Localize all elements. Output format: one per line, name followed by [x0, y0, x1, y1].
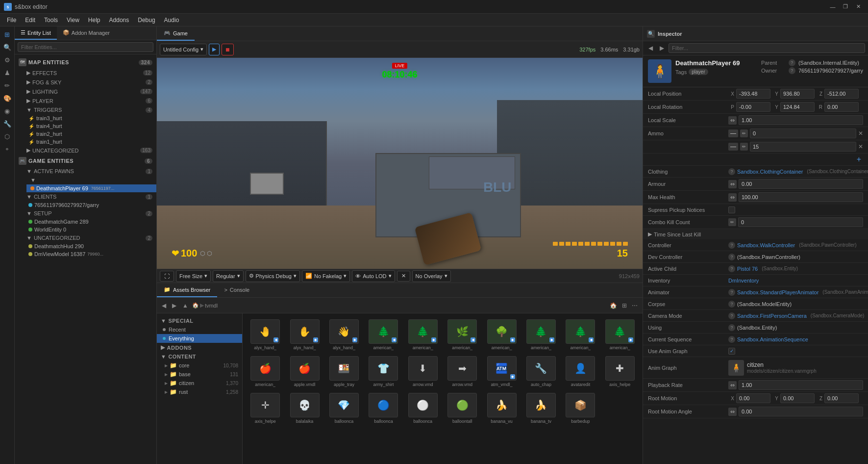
ammo-add-btn[interactable]: +: [855, 155, 863, 164]
sidebar-icon-search[interactable]: 🔍: [1, 41, 13, 53]
sidebar-icon-tools[interactable]: 🔧: [1, 118, 13, 129]
clients-header[interactable]: ▼ CLIENTS 1: [19, 192, 156, 201]
play-button[interactable]: ▶: [209, 44, 220, 55]
asset-axis-helper-2[interactable]: ✛ axis_helpe: [247, 391, 284, 426]
lighting-header[interactable]: ▶ LIGHTING 147: [19, 87, 156, 96]
sidebar-icon-paint[interactable]: 🎨: [1, 92, 13, 104]
dm-player-expand-header[interactable]: ▼: [26, 176, 156, 184]
pos-z-input[interactable]: [824, 89, 859, 99]
use-anim-graph-checkbox[interactable]: [728, 348, 735, 355]
dm-game[interactable]: DeathmatchGame 289: [19, 218, 156, 226]
sidebar-icon-circle[interactable]: ◉: [1, 105, 13, 117]
special-section-header[interactable]: ▼ SPECIAL: [157, 316, 242, 325]
stop-button[interactable]: ⏹: [222, 44, 234, 55]
uncategorized-game-header[interactable]: ▼ UNCATEGORIZED 2: [19, 233, 156, 242]
menu-edit[interactable]: Edit: [21, 15, 39, 25]
addons-section-header[interactable]: ▶ ADDONS: [157, 343, 242, 352]
asset-american-3[interactable]: 🌿 ◆ american_: [444, 317, 481, 352]
asset-balalaika[interactable]: 💀 balalaika: [286, 391, 323, 426]
overlay-close-btn[interactable]: ✕: [397, 271, 410, 282]
anim-name[interactable]: citizen: [747, 361, 817, 368]
controller-value[interactable]: Sandbox.WalkController: [737, 242, 795, 248]
assets-back-btn[interactable]: ◀: [160, 301, 168, 310]
effects-header[interactable]: ▶ EFFECTS 12: [19, 68, 156, 77]
inspector-filter-input[interactable]: [669, 43, 865, 53]
menu-addons[interactable]: Addons: [105, 15, 133, 25]
config-select[interactable]: Untitled Config ▾: [160, 44, 207, 55]
inspector-forward-btn[interactable]: ▶: [657, 44, 667, 52]
ammo-clear-btn-1[interactable]: ✕: [858, 130, 863, 137]
menu-help[interactable]: Help: [84, 15, 104, 25]
asset-american-5[interactable]: 🌲 ◆ american_: [522, 317, 560, 352]
menu-debug[interactable]: Debug: [134, 15, 159, 25]
tab-assets-browser[interactable]: 📁 Assets Browser: [157, 283, 217, 297]
time-last-kill-header[interactable]: ▶ Time Since Last Kill: [643, 229, 868, 239]
trigger-train4[interactable]: ⚡ train4_hurt: [19, 122, 156, 130]
trigger-train1[interactable]: ⚡ train1_hurt: [19, 138, 156, 146]
scale-input[interactable]: [739, 115, 863, 125]
folder-base[interactable]: ▶ 📁 base 131: [157, 370, 242, 379]
ammo-minus-btn-1[interactable]: —: [728, 129, 738, 137]
asset-american-6[interactable]: 🌲 ◆ american_: [562, 317, 599, 352]
rot-r-input[interactable]: [824, 102, 859, 112]
sidebar-icon-game[interactable]: ♟: [1, 67, 13, 78]
physics-debug-select[interactable]: ⚙ Physics Debug ▾: [246, 270, 300, 282]
rot-y-input[interactable]: [780, 102, 815, 112]
inspector-back-btn[interactable]: ◀: [646, 44, 655, 52]
asset-american-4[interactable]: 🌳 ◆ american_: [483, 317, 520, 352]
dm-hud[interactable]: DeathmatchHud 290: [19, 242, 156, 250]
triggers-header[interactable]: ▼ TRIGGERS 4: [19, 105, 156, 114]
viewsize-select[interactable]: Free Size ▾: [176, 270, 211, 282]
tab-game[interactable]: 🎮 Game: [157, 26, 195, 41]
combo-kill-input[interactable]: [738, 217, 863, 227]
client-garry[interactable]: 76561197960279927/garry: [19, 201, 156, 209]
everything-item[interactable]: Everything: [157, 334, 242, 343]
asset-american-1[interactable]: 🌲 ◆ american_: [365, 317, 402, 352]
asset-alyx-hand-2[interactable]: ✋ ◆ alyx_hand_: [286, 317, 323, 352]
setup-header[interactable]: ▼ SETUP 2: [19, 209, 156, 218]
max-health-input[interactable]: [739, 192, 863, 202]
world-entity[interactable]: WorldEntity 0: [19, 226, 156, 233]
maximize-button[interactable]: ❐: [840, 2, 851, 12]
recent-item[interactable]: Recent: [157, 325, 242, 334]
asset-banana-2[interactable]: 🍌 banana_tv: [522, 391, 560, 426]
asset-apple-vmdl[interactable]: 🍎 apple.vmdl: [286, 354, 323, 389]
trigger-train3[interactable]: ⚡ train3_hurt: [19, 114, 156, 122]
minimize-button[interactable]: —: [827, 2, 839, 12]
pos-y-input[interactable]: [780, 89, 815, 99]
asset-balloon-1[interactable]: 💎 balloonca: [325, 391, 363, 426]
tab-entity-list[interactable]: ☰ Entity List: [15, 26, 57, 40]
asset-arrow-1[interactable]: ⬇ arrow.vmd: [404, 354, 442, 389]
sidebar-icon-edit[interactable]: ✏: [1, 79, 13, 91]
dm-player-item[interactable]: DeathmatchPlayer 69 76561197...: [26, 184, 156, 192]
ammo-minus-btn-2[interactable]: —: [728, 143, 738, 151]
asset-army-shirt[interactable]: 👕 army_shirt: [365, 354, 402, 389]
assets-more-btn[interactable]: ⋯: [630, 301, 640, 310]
menu-tools[interactable]: Tools: [40, 15, 62, 25]
sidebar-icon-hex[interactable]: ⬡: [1, 130, 13, 142]
playback-rate-input[interactable]: [739, 380, 863, 390]
asset-axis-helper-1[interactable]: ✚ axis_helpe: [601, 354, 639, 389]
asset-balloon-2[interactable]: 🔵 balloonca: [365, 391, 402, 426]
asset-atm[interactable]: 🏧 ◆ atm_vmdl_: [483, 354, 520, 389]
asset-apple-1[interactable]: 🍎 american_: [247, 354, 284, 389]
menu-audio[interactable]: Audio: [160, 15, 183, 25]
clothing-value[interactable]: Sandbox.ClothingContainer: [737, 169, 803, 175]
asset-barbed[interactable]: 📦 barbedup: [562, 391, 599, 426]
asset-american-2[interactable]: 🌲 ◆ american_: [404, 317, 442, 352]
asset-arrow-2[interactable]: ➡ arrow.vmd: [444, 354, 481, 389]
pos-x-input[interactable]: [736, 89, 770, 99]
assets-home-btn[interactable]: 🏠: [608, 301, 619, 310]
sidebar-icon-dot[interactable]: ⚬: [1, 143, 13, 155]
assets-up-btn[interactable]: ▲: [180, 301, 190, 310]
assets-grid-view-btn[interactable]: ⊞: [620, 301, 629, 310]
rm-z-input[interactable]: [824, 393, 859, 403]
rot-p-input[interactable]: [736, 102, 770, 112]
asset-balloon-3[interactable]: ⚪ balloonca: [404, 391, 442, 426]
rm-y-input[interactable]: [780, 393, 815, 403]
trigger-train2[interactable]: ⚡ train2_hurt: [19, 130, 156, 138]
lod-select[interactable]: 👁 Auto LOD ▾: [352, 270, 395, 282]
active-child-value[interactable]: Pistol 76: [737, 266, 758, 272]
animator-value[interactable]: Sandbox.StandardPlayerAnimator: [737, 289, 818, 295]
armour-input[interactable]: [739, 179, 863, 189]
